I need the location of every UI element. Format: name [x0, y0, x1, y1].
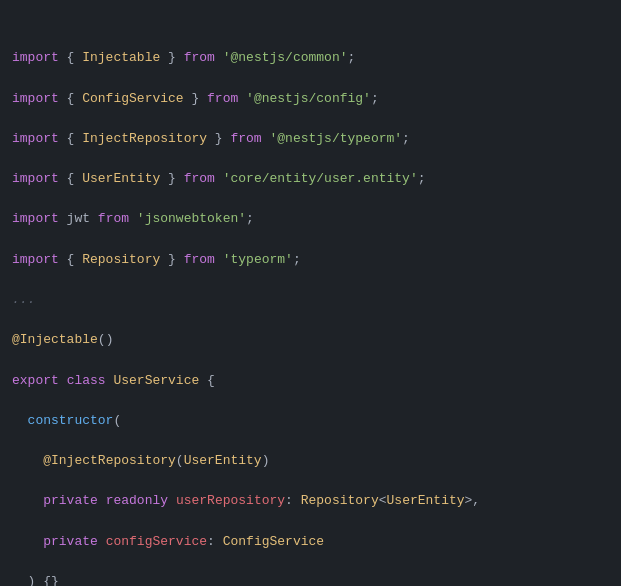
line-10: constructor(: [12, 411, 609, 431]
line-6: import { Repository } from 'typeorm';: [12, 250, 609, 270]
line-4: import { UserEntity } from 'core/entity/…: [12, 169, 609, 189]
line-11: @InjectRepository(UserEntity): [12, 451, 609, 471]
line-1: import { Injectable } from '@nestjs/comm…: [12, 48, 609, 68]
code-editor: import { Injectable } from '@nestjs/comm…: [0, 0, 621, 586]
line-13: private configService: ConfigService: [12, 532, 609, 552]
line-3: import { InjectRepository } from '@nestj…: [12, 129, 609, 149]
line-14: ) {}: [12, 572, 609, 586]
line-5: import jwt from 'jsonwebtoken';: [12, 209, 609, 229]
line-12: private readonly userRepository: Reposit…: [12, 491, 609, 511]
line-7: ...: [12, 290, 609, 310]
line-2: import { ConfigService } from '@nestjs/c…: [12, 89, 609, 109]
line-8: @Injectable(): [12, 330, 609, 350]
line-9: export class UserService {: [12, 371, 609, 391]
